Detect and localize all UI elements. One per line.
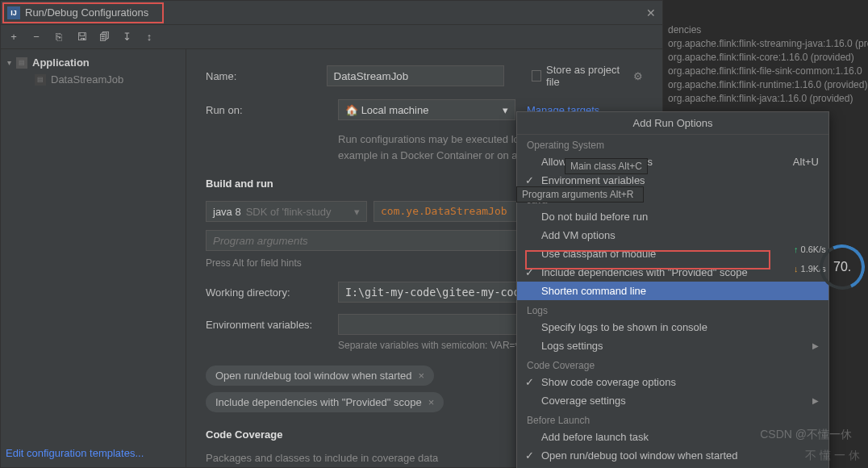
home-icon: 🏠 (345, 104, 358, 116)
popup-item[interactable]: Show the run/debug configuration setting… (517, 465, 828, 468)
dep-line: org.apache.flink:flink-java:1.16.0 (prov… (668, 93, 863, 104)
dep-line: org.apache.flink:flink-core:1.16.0 (prov… (668, 52, 863, 63)
popup-item[interactable]: Coverage settings▶ (517, 391, 828, 410)
network-gauge: ↑ 0.6K/s ↓ 1.9K/s 70. (794, 238, 865, 296)
chevron-right-icon: ▶ (812, 341, 819, 350)
chevron-down-icon: ▾ (7, 58, 11, 67)
sidebar: ▾ ▤ Application ▤ DataStreamJob (1, 49, 186, 467)
check-icon: ✓ (525, 174, 534, 186)
runon-combo[interactable]: 🏠 Local machine ▾ (338, 99, 515, 120)
popup-item[interactable]: ✓Include dependencies with "Provided" sc… (517, 263, 828, 282)
main-class-hint: Main class Alt+C (565, 158, 648, 174)
dep-line: org.apache.flink:flink-file-sink-common:… (668, 65, 863, 77)
add-run-options-popup: Add Run Options Operating SystemAllow mu… (516, 111, 829, 468)
remove-icon: × (419, 370, 425, 382)
runon-label: Run on: (206, 104, 327, 116)
popup-item[interactable]: Specify logs to be shown in console (517, 318, 828, 336)
toolbar-btn-1[interactable]: − (30, 31, 43, 44)
popup-item[interactable]: Use classpath of module (517, 244, 828, 263)
gear-icon[interactable]: ⚙ (633, 70, 643, 82)
tree-item-datastreamjob[interactable]: ▤ DataStreamJob (4, 71, 182, 88)
popup-item[interactable]: Add VM options (517, 226, 828, 244)
popup-group-header: Logs (517, 300, 828, 318)
application-icon: ▤ (16, 57, 27, 69)
tree-root-application[interactable]: ▾ ▤ Application (4, 54, 182, 71)
remove-icon: × (428, 396, 435, 408)
dep-line: dencies (668, 24, 863, 36)
popup-item[interactable]: Add before launch task (517, 428, 828, 446)
check-icon: ✓ (525, 266, 534, 278)
store-checkbox[interactable] (532, 70, 542, 81)
program-args-hint: Program arguments Alt+R (516, 186, 644, 203)
name-label: Name: (206, 70, 315, 82)
application-icon: ▤ (35, 74, 46, 86)
toolbar-btn-4[interactable]: 🗐 (98, 31, 111, 44)
edit-templates-link[interactable]: Edit configuration templates... (6, 447, 144, 459)
name-input[interactable] (327, 65, 504, 86)
dep-line: org.apache.flink:flink-streaming-java:1.… (668, 38, 863, 49)
popup-group-header: Operating System (517, 135, 828, 153)
store-label: Store as project file (546, 64, 625, 88)
titlebar[interactable]: IJ Run/Debug Configurations ✕ (1, 1, 662, 25)
wd-label: Working directory: (206, 286, 327, 299)
toolbar-btn-2[interactable]: ⎘ (52, 31, 65, 44)
toolbar: +−⎘🖫🗐↧↕ (1, 25, 662, 49)
env-label: Environment variables: (206, 319, 327, 331)
popup-item[interactable]: Do not build before run (517, 207, 828, 226)
popup-item[interactable]: ✓Open run/debug tool window when started (517, 446, 828, 465)
toolbar-btn-0[interactable]: + (7, 31, 20, 44)
chevron-right-icon: ▶ (812, 396, 819, 405)
toolbar-btn-3[interactable]: 🖫 (75, 31, 88, 44)
popup-item[interactable]: Shorten command line (517, 282, 828, 300)
app-icon: IJ (7, 6, 20, 19)
jre-combo[interactable]: java 8SDK of 'flink-study▾ (206, 201, 367, 222)
dialog-title: Run/Debug Configurations (25, 6, 646, 19)
toolbar-btn-6[interactable]: ↕ (143, 31, 156, 44)
popup-item[interactable]: Allow multiple instancesAlt+U (517, 153, 828, 171)
chip-open-tool-window[interactable]: Open run/debug tool window when started× (206, 366, 434, 386)
popup-item[interactable]: Logs settings▶ (517, 336, 828, 355)
check-icon: ✓ (525, 449, 534, 462)
dep-line: org.apache.flink:flink-runtime:1.16.0 (p… (668, 79, 863, 90)
popup-group-header: Code Coverage (517, 355, 828, 373)
chevron-down-icon: ▾ (503, 104, 508, 116)
chip-include-provided[interactable]: Include dependencies with "Provided" sco… (206, 392, 444, 412)
popup-item[interactable]: ✓Show code coverage options (517, 373, 828, 391)
popup-title: Add Run Options (517, 112, 828, 135)
toolbar-btn-5[interactable]: ↧ (120, 31, 133, 44)
popup-group-header: Before Launch (517, 410, 828, 428)
close-icon[interactable]: ✕ (646, 6, 656, 19)
check-icon: ✓ (525, 376, 534, 388)
